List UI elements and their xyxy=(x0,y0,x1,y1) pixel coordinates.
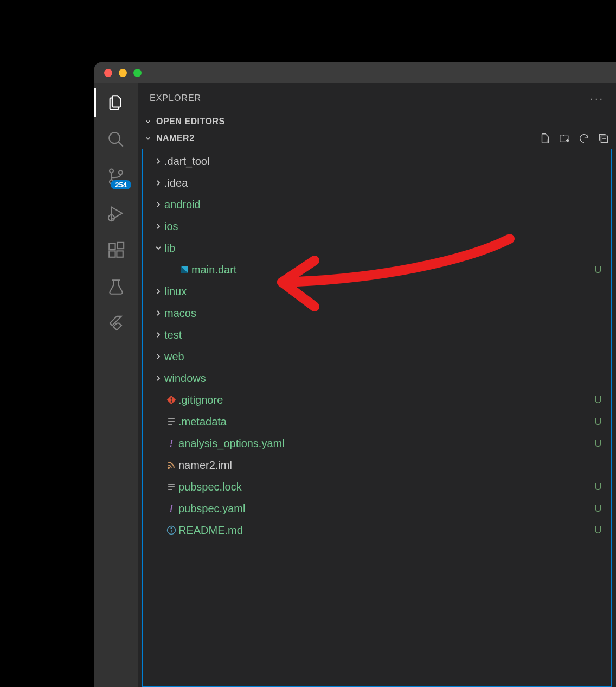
tree-folder[interactable]: lib xyxy=(143,237,611,259)
refresh-button[interactable] xyxy=(578,132,590,144)
tree-folder[interactable]: linux xyxy=(143,281,611,302)
new-folder-button[interactable] xyxy=(559,132,570,144)
tree-item-label: windows xyxy=(164,372,593,385)
tree-folder[interactable]: web xyxy=(143,346,611,367)
debug-icon xyxy=(107,204,125,222)
svg-rect-7 xyxy=(109,243,115,249)
svg-rect-9 xyxy=(117,251,123,257)
tree-item-label: .idea xyxy=(164,177,593,189)
tree-file[interactable]: .metadata U xyxy=(143,411,611,432)
activity-search[interactable] xyxy=(105,129,127,150)
tree-item-label: .metadata xyxy=(178,416,593,428)
new-file-icon xyxy=(539,132,551,144)
info-icon xyxy=(164,525,178,536)
git-status: U xyxy=(593,503,604,514)
tree-item-label: lib xyxy=(164,242,593,255)
chevron-right-icon xyxy=(152,157,164,166)
svg-rect-10 xyxy=(118,243,124,249)
tree-folder[interactable]: .idea xyxy=(143,172,611,194)
chevron-down-icon xyxy=(144,135,152,142)
tree-item-label: linux xyxy=(164,285,593,298)
svg-point-0 xyxy=(109,132,120,143)
lines-icon xyxy=(164,416,178,427)
git-icon xyxy=(164,395,178,405)
git-status: U xyxy=(593,481,604,493)
project-name: NAMER2 xyxy=(156,133,195,143)
lines-icon xyxy=(164,481,178,492)
window-fullscreen-button[interactable] xyxy=(133,69,142,77)
tree-item-label: .gitignore xyxy=(178,394,593,406)
tree-item-label: macos xyxy=(164,307,593,320)
activity-explorer[interactable] xyxy=(105,92,127,113)
tree-folder[interactable]: android xyxy=(143,194,611,215)
svg-marker-5 xyxy=(112,207,123,220)
yaml-icon: ! xyxy=(164,438,178,449)
chevron-right-icon xyxy=(152,287,164,296)
vscode-window: 254 xyxy=(94,62,616,687)
chevron-right-icon xyxy=(152,352,164,361)
svg-point-32 xyxy=(171,527,172,529)
project-section-header[interactable]: NAMER2 xyxy=(138,130,616,147)
tree-item-label: pubspec.yaml xyxy=(178,502,593,515)
activity-flutter[interactable] xyxy=(105,313,127,335)
yaml-icon: ! xyxy=(164,503,178,514)
extensions-icon xyxy=(107,241,125,259)
file-tree[interactable]: .dart_tool .idea android ios lib xyxy=(142,149,612,687)
tree-folder[interactable]: test xyxy=(143,324,611,346)
open-editors-label: OPEN EDITORS xyxy=(156,117,225,126)
tree-item-label: main.dart xyxy=(191,264,593,276)
svg-point-4 xyxy=(119,170,123,174)
chevron-right-icon xyxy=(152,222,164,231)
tree-item-label: ios xyxy=(164,220,593,233)
tree-folder[interactable]: ios xyxy=(143,215,611,237)
tree-item-label: android xyxy=(164,199,593,211)
window-close-button[interactable] xyxy=(104,69,112,77)
new-folder-icon xyxy=(559,132,570,144)
explorer-sidebar: EXPLORER ··· OPEN EDITORS NAMER2 xyxy=(138,83,616,687)
activity-testing[interactable] xyxy=(105,276,127,298)
sidebar-header: EXPLORER ··· xyxy=(138,83,616,113)
activity-run-debug[interactable] xyxy=(105,202,127,224)
files-icon xyxy=(107,93,125,112)
svg-text:!: ! xyxy=(170,438,173,449)
git-status: U xyxy=(593,416,604,428)
rss-icon xyxy=(164,460,178,470)
tree-folder[interactable]: macos xyxy=(143,302,611,324)
svg-point-25 xyxy=(168,467,170,469)
svg-line-1 xyxy=(118,142,123,147)
git-status: U xyxy=(593,438,604,449)
chevron-right-icon xyxy=(152,200,164,209)
git-status: U xyxy=(593,525,604,536)
sidebar-more-button[interactable]: ··· xyxy=(590,92,604,105)
tree-file[interactable]: main.dart U xyxy=(143,259,611,281)
activity-extensions[interactable] xyxy=(105,239,127,261)
titlebar xyxy=(94,62,616,83)
open-editors-section[interactable]: OPEN EDITORS xyxy=(138,113,616,130)
chevron-down-icon xyxy=(144,118,152,125)
tree-file[interactable]: README.md U xyxy=(143,519,611,541)
tree-file[interactable]: namer2.iml xyxy=(143,454,611,476)
svg-text:!: ! xyxy=(170,503,173,514)
svg-rect-8 xyxy=(109,251,115,257)
refresh-icon xyxy=(578,132,590,144)
chevron-right-icon xyxy=(152,374,164,383)
tree-folder[interactable]: .dart_tool xyxy=(143,150,611,172)
tree-folder[interactable]: windows xyxy=(143,367,611,389)
tree-item-label: analysis_options.yaml xyxy=(178,437,593,450)
tree-file[interactable]: ! analysis_options.yaml U xyxy=(143,432,611,454)
collapse-all-button[interactable] xyxy=(598,132,609,144)
git-status: U xyxy=(593,395,604,406)
window-minimize-button[interactable] xyxy=(119,69,127,77)
beaker-icon xyxy=(107,278,125,296)
activity-source-control[interactable]: 254 xyxy=(105,166,127,187)
tree-file[interactable]: ! pubspec.yaml U xyxy=(143,498,611,519)
tree-item-label: .dart_tool xyxy=(164,155,593,168)
tree-file[interactable]: pubspec.lock U xyxy=(143,476,611,498)
chevron-right-icon xyxy=(152,179,164,187)
svg-point-2 xyxy=(110,169,113,173)
tree-file[interactable]: .gitignore U xyxy=(143,389,611,411)
tree-item-label: pubspec.lock xyxy=(178,481,593,493)
search-icon xyxy=(107,130,125,149)
activity-bar: 254 xyxy=(94,83,138,687)
new-file-button[interactable] xyxy=(539,132,551,144)
